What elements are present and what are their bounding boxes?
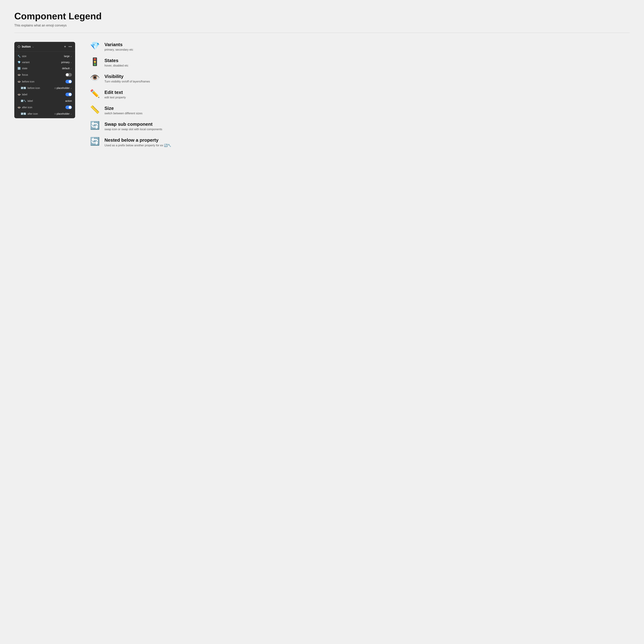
state-value: default: [62, 67, 70, 70]
size-label: size: [22, 55, 26, 58]
variant-label: variant: [22, 61, 30, 64]
size-legend-emoji: 📏: [89, 106, 100, 113]
sparkles-icon[interactable]: ✦: [64, 45, 66, 49]
variant-row-icon: 💎: [18, 61, 21, 64]
size-legend-desc: switch between different sizes: [104, 112, 142, 115]
diamond-outline-icon: [18, 45, 20, 48]
panel-header-right: ✦ •••: [64, 45, 72, 49]
panel-row-size: 🔧 size large ⌄: [14, 53, 75, 59]
variants-title: Variants: [104, 42, 133, 47]
nested-below-emoji: 🔄: [89, 137, 100, 145]
state-label: state: [22, 67, 27, 70]
before-icon-nested-label: before icon: [28, 87, 40, 89]
size-row-icon: 🔧: [18, 55, 21, 58]
swap-sub-title: Swap sub component: [104, 121, 162, 127]
label-nested-value: action: [65, 99, 72, 102]
before-icon-row-icon: 👁️: [18, 80, 21, 83]
after-icon-label: after icon: [22, 106, 32, 109]
placeholder-diamond-icon: ◇: [54, 87, 56, 89]
edit-text-desc: edit text property: [104, 96, 126, 99]
panel-row-state: 🔢 state default ⌄: [14, 65, 75, 71]
panel-row-label-nested: ↩️🔧 label action: [14, 98, 75, 104]
variants-text: Variants primary, secondary etc: [104, 42, 133, 51]
edit-text-text: Edit text edit text property: [104, 90, 126, 99]
label-nested-prefix-icon: ↩️🔧: [21, 100, 26, 102]
nested-below-desc: Used as a prefix below another property …: [104, 144, 171, 147]
before-icon-nested-prefix-icon: ↩️🔄: [21, 87, 26, 89]
focus-toggle[interactable]: [65, 73, 72, 77]
legend-item-edit-text: ✏️ Edit text edit text property: [89, 90, 630, 99]
size-legend-title: Size: [104, 106, 142, 111]
edit-text-emoji: ✏️: [89, 90, 100, 97]
swap-sub-emoji: 🔄: [89, 121, 100, 129]
panel-header: button ⌄ ✦ •••: [14, 42, 75, 52]
state-chevron: ⌄: [70, 67, 72, 70]
after-icon-row-icon: 👁️: [18, 106, 21, 109]
divider: [14, 33, 630, 33]
before-icon-placeholder-value: placeholder: [57, 87, 70, 89]
nested-below-title: Nested below a property: [104, 137, 171, 143]
legend-item-visibility: 👁️ Visibility Turn visibility on/off of …: [89, 74, 630, 83]
content-area: button ⌄ ✦ ••• 🔧 size large ⌄: [14, 42, 630, 147]
before-icon-toggle[interactable]: [65, 80, 72, 83]
panel-title: button: [22, 45, 31, 48]
states-desc: hover, disabled etc: [104, 64, 128, 67]
after-icon-toggle[interactable]: [65, 106, 72, 109]
label-label: label: [22, 93, 27, 96]
more-options-icon[interactable]: •••: [69, 45, 72, 49]
visibility-desc: Turn visibility on/off of layers/frames: [104, 80, 150, 83]
before-icon-label: before icon: [22, 80, 34, 83]
focus-label: focus: [22, 73, 28, 76]
panel-row-label: 👁️ label: [14, 91, 75, 98]
panel-row-focus: 👁️ focus: [14, 71, 75, 78]
variants-emoji: 💎: [89, 42, 100, 50]
svg-marker-0: [18, 45, 20, 48]
legend-area: 💎 Variants primary, secondary etc 🚦 Stat…: [89, 42, 630, 147]
size-legend-text: Size switch between different sizes: [104, 106, 142, 115]
swap-sub-text: Swap sub component swap icon or swap slo…: [104, 121, 162, 131]
panel-row-after-icon: 👁️ after icon: [14, 104, 75, 111]
chevron-down-icon[interactable]: ⌄: [32, 45, 34, 48]
visibility-title: Visibility: [104, 74, 150, 79]
legend-item-variants: 💎 Variants primary, secondary etc: [89, 42, 630, 51]
focus-row-icon: 👁️: [18, 73, 21, 76]
state-row-icon: 🔢: [18, 67, 21, 70]
label-nested-label: label: [28, 99, 33, 102]
visibility-emoji: 👁️: [89, 74, 100, 82]
legend-item-size: 📏 Size switch between different sizes: [89, 106, 630, 115]
size-value: large: [64, 55, 70, 58]
after-icon-nested-prefix-icon: ↩️🔄: [21, 113, 26, 115]
page-title: Component Legend: [14, 11, 630, 21]
legend-item-swap-sub-component: 🔄 Swap sub component swap icon or swap s…: [89, 121, 630, 131]
legend-item-nested-below: 🔄 Nested below a property Used as a pref…: [89, 137, 630, 147]
page-subtitle: This explains what an emoji conveys: [14, 24, 630, 27]
variants-desc: primary, secondary etc: [104, 48, 133, 51]
states-title: States: [104, 58, 128, 63]
after-icon-placeholder-value: placeholder: [57, 112, 70, 115]
label-row-icon: 👁️: [18, 93, 21, 96]
variant-chevron: ⌄: [70, 61, 72, 64]
legend-item-states: 🚦 States hover, disabled etc: [89, 58, 630, 67]
edit-text-title: Edit text: [104, 90, 126, 95]
after-icon-placeholder-chevron: ⌄: [70, 113, 72, 115]
visibility-text: Visibility Turn visibility on/off of lay…: [104, 74, 150, 83]
panel-row-after-icon-nested: ↩️🔄 after icon ◇ placeholder ⌄: [14, 111, 75, 117]
panel-row-variant: 💎 variant primary ⌄: [14, 59, 75, 65]
variant-value: primary: [61, 61, 70, 64]
nested-below-text: Nested below a property Used as a prefix…: [104, 137, 171, 147]
label-toggle[interactable]: [65, 93, 72, 96]
panel-row-before-icon-nested: ↩️🔄 before icon ◇ placeholder ⌄: [14, 85, 75, 91]
states-text: States hover, disabled etc: [104, 58, 128, 67]
swap-sub-desc: swap icon or swap slot with local compon…: [104, 128, 162, 131]
panel-header-left: button ⌄: [18, 45, 34, 48]
size-chevron: ⌄: [70, 55, 72, 57]
after-icon-nested-label: after icon: [28, 112, 38, 115]
after-icon-placeholder-diamond-icon: ◇: [54, 113, 56, 115]
states-emoji: 🚦: [89, 58, 100, 66]
before-icon-placeholder-chevron: ⌄: [70, 87, 72, 89]
panel-row-before-icon: 👁️ before icon: [14, 78, 75, 85]
panel-rows: 🔧 size large ⌄ 💎 variant primary ⌄: [14, 52, 75, 118]
page-header: Component Legend This explains what an e…: [14, 11, 630, 27]
figma-panel: button ⌄ ✦ ••• 🔧 size large ⌄: [14, 42, 75, 118]
